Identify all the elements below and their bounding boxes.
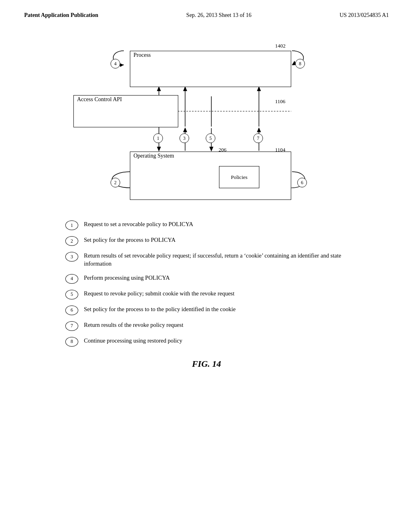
policies-label: Policies: [231, 174, 247, 181]
legend-step-text: Request to revoke policy; submit cookie …: [84, 289, 348, 297]
api-label: Access Control API: [74, 95, 125, 104]
legend-item: 2Set policy for the process to POLICYA: [65, 236, 348, 246]
legend-step-text: Set policy for the process to POLICYA: [84, 236, 348, 244]
api-ref: 1106: [275, 98, 286, 105]
svg-marker-7: [257, 127, 261, 132]
process-box: Process: [130, 51, 291, 87]
legend-step-num: 6: [65, 305, 78, 315]
legend-step-num: 7: [65, 321, 78, 331]
legend-item: 7Return results of the revoke policy req…: [65, 321, 348, 331]
legend: 1Request to set a revocable policy to PO…: [65, 220, 348, 347]
legend-step-text: Return results of set revocable policy r…: [84, 251, 348, 268]
legend-item: 5Request to revoke policy; submit cookie…: [65, 289, 348, 299]
main-content: Process 1402 Access Control API 1106 Ope…: [0, 23, 413, 385]
legend-item: 1Request to set a revocable policy to PO…: [65, 220, 348, 230]
legend-step-text: Request to set a revocable policy to POL…: [84, 220, 348, 228]
legend-item: 4Perform processing using POLICYA: [65, 274, 348, 284]
diagram-step-5: 5: [206, 133, 215, 143]
legend-step-text: Set policy for the process to to the pol…: [84, 305, 348, 313]
diagram-step-7: 7: [253, 133, 263, 143]
legend-item: 6Set policy for the process to to the po…: [65, 305, 348, 315]
legend-step-num: 2: [65, 236, 78, 246]
svg-marker-3: [183, 127, 187, 132]
legend-step-text: Perform processing using POLICYA: [84, 274, 348, 282]
legend-step-text: Return results of the revoke policy requ…: [84, 321, 348, 329]
diagram-step-2: 2: [111, 178, 120, 187]
os-label: Operating System: [130, 151, 177, 160]
page-header: Patent Application Publication Sep. 26, …: [0, 0, 413, 23]
diagram-step-1: 1: [153, 133, 163, 143]
legend-item: 3Return results of set revocable policy …: [65, 251, 348, 268]
legend-step-num: 4: [65, 274, 78, 284]
policies-box: Policies: [219, 166, 259, 188]
diagram-step-6: 6: [297, 178, 307, 187]
header-date-sheet: Sep. 26, 2013 Sheet 13 of 16: [186, 12, 252, 19]
diagram-step-4: 4: [111, 59, 120, 69]
legend-step-num: 8: [65, 337, 78, 347]
policies-ref: 206: [219, 147, 227, 153]
api-box: Access Control API: [73, 95, 178, 127]
os-ref: 1104: [275, 147, 286, 153]
header-patent-number: US 2013/0254835 A1: [340, 12, 389, 19]
legend-step-text: Continue processing using restored polic…: [84, 337, 348, 345]
svg-marker-5: [209, 147, 213, 152]
diagram-step-8: 8: [295, 59, 305, 69]
legend-step-num: 1: [65, 220, 78, 230]
os-box: Operating System Policies: [130, 152, 291, 200]
legend-step-num: 5: [65, 290, 78, 299]
process-label: Process: [130, 50, 154, 60]
legend-item: 8Continue processing using restored poli…: [65, 337, 348, 347]
process-ref: 1402: [275, 43, 286, 49]
legend-step-num: 3: [65, 252, 78, 262]
header-publication-type: Patent Application Publication: [24, 12, 98, 19]
diagram-step-3: 3: [179, 133, 189, 143]
diagram: Process 1402 Access Control API 1106 Ope…: [65, 39, 348, 208]
figure-label: FIG. 14: [32, 359, 381, 369]
